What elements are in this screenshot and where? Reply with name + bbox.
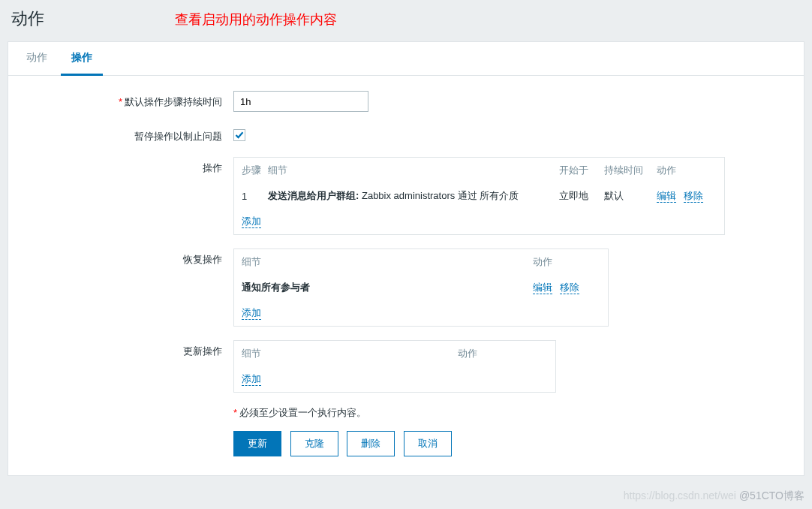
operations-label: 操作 bbox=[20, 157, 233, 175]
col-duration-header: 持续时间 bbox=[604, 164, 657, 177]
clone-button[interactable]: 克隆 bbox=[290, 431, 338, 456]
row-recovery: 恢复操作 细节 动作 通知所有参与者 编辑 移除 添加 bbox=[20, 248, 792, 327]
col-detail-header: 细节 bbox=[268, 164, 559, 177]
cancel-button[interactable]: 取消 bbox=[404, 431, 452, 456]
duration-input[interactable] bbox=[233, 91, 368, 112]
row-update: 更新操作 细节 动作 添加 bbox=[20, 340, 792, 393]
operations-table: 步骤 细节 开始于 持续时间 动作 1 发送消息给用户群组: Zabbix ad… bbox=[233, 157, 725, 235]
tab-action[interactable]: 动作 bbox=[16, 42, 58, 74]
op-start: 立即地 bbox=[559, 189, 604, 203]
op-actions: 编辑 移除 bbox=[657, 189, 717, 203]
col-action-header: 动作 bbox=[657, 164, 717, 177]
recovery-table: 细节 动作 通知所有参与者 编辑 移除 添加 bbox=[233, 248, 609, 327]
col-step-header: 步骤 bbox=[242, 164, 268, 177]
recovery-remove-link[interactable]: 移除 bbox=[560, 282, 579, 294]
op-detail: 发送消息给用户群组: Zabbix administrators 通过 所有介质 bbox=[268, 189, 559, 203]
form-area: *默认操作步骤持续时间 暂停操作以制止问题 操作 步骤 细节 开始于 bbox=[8, 76, 804, 475]
update-detail-header: 细节 bbox=[242, 347, 458, 360]
recovery-detail-header: 细节 bbox=[242, 255, 533, 269]
op-duration: 默认 bbox=[604, 189, 657, 203]
page-title: 动作 bbox=[11, 8, 44, 30]
update-add-link[interactable]: 添加 bbox=[242, 373, 261, 386]
update-button[interactable]: 更新 bbox=[233, 431, 281, 456]
update-table: 细节 动作 添加 bbox=[233, 340, 556, 393]
recovery-action-header: 动作 bbox=[533, 255, 600, 269]
pause-checkbox[interactable] bbox=[233, 129, 245, 141]
page-header: 动作 查看启动用的动作操作内容 bbox=[0, 0, 812, 34]
row-duration: *默认操作步骤持续时间 bbox=[20, 91, 792, 112]
tabs: 动作 操作 bbox=[8, 42, 804, 76]
update-action-header: 动作 bbox=[458, 347, 548, 360]
update-label: 更新操作 bbox=[20, 340, 233, 358]
duration-label: *默认操作步骤持续时间 bbox=[20, 91, 233, 109]
tab-operation[interactable]: 操作 bbox=[61, 42, 103, 76]
recovery-add-link[interactable]: 添加 bbox=[242, 307, 261, 320]
recovery-label: 恢复操作 bbox=[20, 248, 233, 267]
row-pause: 暂停操作以制止问题 bbox=[20, 125, 792, 143]
button-row: 更新 克隆 删除 取消 bbox=[233, 431, 792, 456]
col-start-header: 开始于 bbox=[559, 164, 604, 177]
row-operations: 操作 步骤 细节 开始于 持续时间 动作 1 发送消息给用户群组: Zabbix… bbox=[20, 157, 792, 235]
op-edit-link[interactable]: 编辑 bbox=[657, 190, 676, 203]
recovery-actions: 编辑 移除 bbox=[533, 281, 600, 294]
op-step: 1 bbox=[242, 191, 268, 202]
op-remove-link[interactable]: 移除 bbox=[684, 190, 703, 203]
pause-label: 暂停操作以制止问题 bbox=[20, 125, 233, 143]
delete-button[interactable]: 删除 bbox=[347, 431, 395, 456]
operations-row: 1 发送消息给用户群组: Zabbix administrators 通过 所有… bbox=[234, 183, 724, 209]
operations-add-link[interactable]: 添加 bbox=[242, 215, 261, 228]
validation-message: *必须至少设置一个执行内容。 bbox=[233, 406, 792, 420]
page-annotation: 查看启动用的动作操作内容 bbox=[175, 12, 337, 27]
main-panel: 动作 操作 *默认操作步骤持续时间 暂停操作以制止问题 操作 步骤 bbox=[8, 41, 804, 476]
recovery-row: 通知所有参与者 编辑 移除 bbox=[234, 275, 608, 300]
recovery-edit-link[interactable]: 编辑 bbox=[533, 282, 552, 294]
recovery-detail: 通知所有参与者 bbox=[242, 281, 533, 294]
